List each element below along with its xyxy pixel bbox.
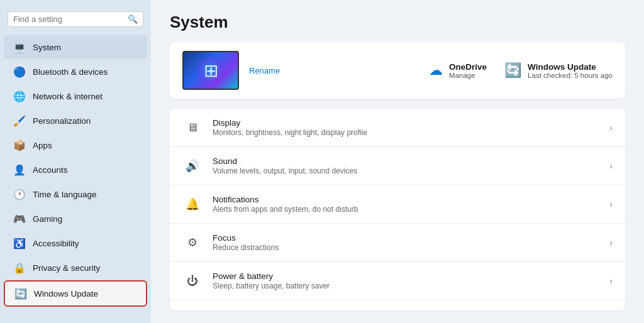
chevron-sound-icon: › — [609, 161, 613, 171]
device-preview: ⊞ — [182, 51, 239, 90]
privacy-icon: 🔒 — [13, 261, 26, 275]
settings-item-power[interactable]: ⏻ Power & battery Sleep, battery usage, … — [170, 262, 625, 300]
sidebar-label-network: Network & internet — [33, 92, 138, 101]
nav-list: 💻 System 🔵 Bluetooth & devices 🌐 Network… — [0, 35, 151, 307]
personalization-icon: 🖌️ — [13, 114, 26, 128]
chevron-power-icon: › — [609, 276, 613, 286]
sidebar-label-apps: Apps — [33, 141, 138, 150]
sidebar-label-accounts: Accounts — [33, 165, 138, 175]
si-title-display: Display — [213, 118, 609, 128]
quick-action-windows_update[interactable]: 🔄 Windows Update Last checked: 5 hours a… — [504, 62, 613, 79]
qa-title-onedrive: OneDrive — [449, 62, 487, 72]
chevron-display-icon: › — [609, 123, 613, 133]
qa-sub-onedrive: Manage — [449, 72, 487, 79]
si-title-notifications: Notifications — [213, 195, 609, 204]
sidebar-item-system[interactable]: 💻 System — [4, 35, 147, 59]
sidebar-label-privacy: Privacy & security — [33, 263, 138, 273]
si-title-sound: Sound — [213, 156, 609, 166]
si-sub-power: Sleep, battery usage, battery saver — [213, 282, 609, 290]
sidebar-label-time: Time & language — [33, 190, 138, 199]
sidebar-item-accounts[interactable]: 👤 Accounts — [4, 158, 147, 182]
sidebar: 🔍 💻 System 🔵 Bluetooth & devices 🌐 Netwo… — [0, 0, 151, 323]
search-input[interactable] — [13, 14, 128, 24]
bluetooth-icon: 🔵 — [13, 65, 26, 79]
display-icon: 🖥 — [182, 118, 203, 138]
sound-icon: 🔊 — [182, 156, 203, 176]
notifications-icon: 🔔 — [182, 194, 203, 214]
windows-logo-icon: ⊞ — [204, 60, 218, 81]
si-title-power: Power & battery — [213, 271, 609, 281]
si-title-storage: Storage — [213, 310, 609, 310]
settings-item-notifications[interactable]: 🔔 Notifications Alerts from apps and sys… — [170, 185, 625, 224]
main-content: System ⊞ Rename ☁ OneDrive Manage 🔄 Wind… — [151, 0, 644, 323]
system-icon: 💻 — [13, 40, 26, 54]
network-icon: 🌐 — [13, 89, 26, 103]
winupdate-icon: 🔄 — [14, 287, 28, 300]
sidebar-item-time[interactable]: 🕐 Time & language — [4, 182, 147, 206]
quick-action-onedrive[interactable]: ☁ OneDrive Manage — [429, 62, 487, 79]
settings-item-display[interactable]: 🖥 Display Monitors, brightness, night li… — [170, 109, 625, 147]
si-title-focus: Focus — [213, 233, 609, 243]
qa-sub-windows_update: Last checked: 5 hours ago — [528, 72, 613, 79]
sidebar-label-accessibility: Accessibility — [33, 239, 138, 248]
si-sub-notifications: Alerts from apps and system, do not dist… — [213, 205, 609, 214]
apps-icon: 📦 — [13, 138, 26, 152]
sidebar-item-bluetooth[interactable]: 🔵 Bluetooth & devices — [4, 60, 147, 84]
sidebar-label-gaming: Gaming — [33, 214, 138, 224]
sidebar-item-network[interactable]: 🌐 Network & internet — [4, 84, 147, 108]
sidebar-item-gaming[interactable]: 🎮 Gaming — [4, 207, 147, 231]
sidebar-label-personalization: Personalization — [33, 116, 138, 126]
si-sub-display: Monitors, brightness, night light, displ… — [213, 128, 609, 137]
settings-item-sound[interactable]: 🔊 Sound Volume levels, output, input, so… — [170, 147, 625, 185]
gaming-icon: 🎮 — [13, 212, 26, 226]
sidebar-label-system: System — [33, 43, 138, 52]
page-title: System — [170, 13, 625, 32]
storage-icon: 🗄 — [182, 309, 203, 310]
si-sub-focus: Reduce distractions — [213, 243, 609, 252]
settings-item-focus[interactable]: ⚙ Focus Reduce distractions › — [170, 224, 625, 262]
quick-actions: ☁ OneDrive Manage 🔄 Windows Update Last … — [429, 62, 613, 79]
windows_update-icon: 🔄 — [504, 62, 521, 79]
si-sub-sound: Volume levels, output, input, sound devi… — [213, 167, 609, 175]
sidebar-item-apps[interactable]: 📦 Apps — [4, 133, 147, 157]
sidebar-item-winupdate[interactable]: 🔄 Windows Update — [4, 280, 147, 307]
time-icon: 🕐 — [13, 187, 26, 201]
settings-item-storage[interactable]: 🗄 Storage Storage space, drives, configu… — [170, 300, 625, 310]
search-icon: 🔍 — [128, 14, 138, 24]
settings-list: 🖥 Display Monitors, brightness, night li… — [170, 109, 625, 310]
sidebar-label-winupdate: Windows Update — [34, 289, 137, 298]
sidebar-item-personalization[interactable]: 🖌️ Personalization — [4, 109, 147, 133]
qa-title-windows_update: Windows Update — [528, 62, 613, 72]
sidebar-item-accessibility[interactable]: ♿ Accessibility — [4, 231, 147, 255]
search-box[interactable]: 🔍 — [8, 11, 143, 27]
rename-link[interactable]: Rename — [249, 66, 280, 75]
focus-icon: ⚙ — [182, 233, 203, 253]
accessibility-icon: ♿ — [13, 236, 26, 250]
sidebar-item-privacy[interactable]: 🔒 Privacy & security — [4, 256, 147, 280]
accounts-icon: 👤 — [13, 163, 26, 177]
chevron-focus-icon: › — [609, 238, 613, 248]
top-bar: ⊞ Rename ☁ OneDrive Manage 🔄 Windows Upd… — [170, 42, 625, 99]
chevron-notifications-icon: › — [609, 199, 613, 209]
power-icon: ⏻ — [182, 271, 203, 291]
onedrive-icon: ☁ — [429, 62, 443, 79]
sidebar-label-bluetooth: Bluetooth & devices — [33, 67, 138, 77]
